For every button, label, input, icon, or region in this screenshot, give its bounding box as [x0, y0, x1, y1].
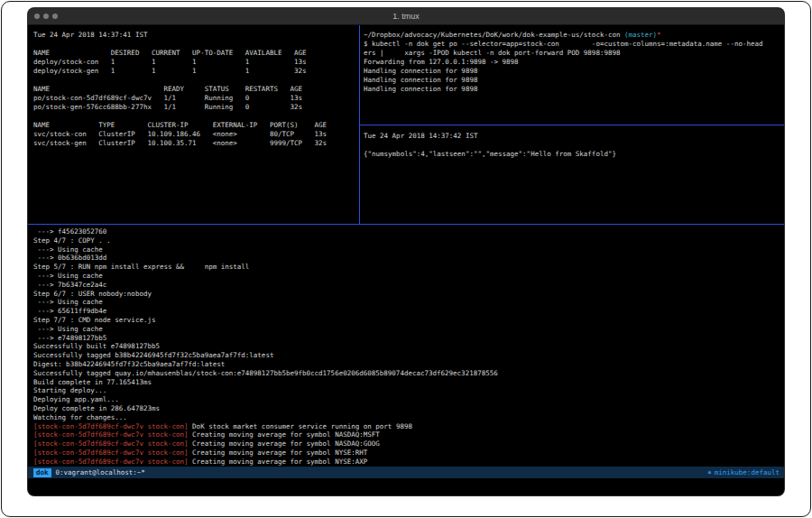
window-title: 1. tmux — [28, 8, 784, 25]
minimize-button[interactable] — [43, 14, 49, 19]
pane-kubectl-resources[interactable]: Tue 24 Apr 2018 14:37:41 IST NAME DESIRE… — [28, 25, 359, 224]
pod-log-prefix: [stock-con-5d7df689cf-dwc7v stock-con] — [33, 458, 189, 466]
tmux-session: Tue 24 Apr 2018 14:37:41 IST NAME DESIRE… — [28, 25, 784, 495]
pod-log-prefix: [stock-con-5d7df689cf-dwc7v stock-con] — [33, 449, 189, 457]
service-response-output: Tue 24 Apr 2018 14:37:42 IST {"numsymbol… — [364, 132, 784, 159]
kubectl-resources-output: Tue 24 Apr 2018 14:37:41 IST NAME DESIRE… — [33, 31, 359, 148]
kube-context: ⎈minikube:default — [707, 468, 780, 477]
pod-log-line: [stock-con-5d7df689cf-dwc7v stock-con] C… — [33, 458, 784, 467]
pod-log-message: Creating moving average for symbol NASDA… — [189, 430, 380, 439]
pod-log-message: DoK stock market consumer service runnin… — [189, 422, 412, 430]
skaffold-build-output: ---> f45623052760 Step 4/7 : COPY . . --… — [33, 227, 784, 422]
pane-service-response[interactable]: Tue 24 Apr 2018 14:37:42 IST {"numsymbol… — [360, 125, 784, 224]
git-dirty-flag: * — [657, 31, 661, 39]
terminal-window: 1. tmux Tue 24 Apr 2018 14:37:41 IST NAM… — [28, 8, 784, 495]
pane-port-forward[interactable]: ~/Dropbox/advocacy/Kubernetes/DoK/work/d… — [360, 25, 784, 125]
pod-log-message: Creating moving average for symbol NASDA… — [189, 439, 380, 448]
traffic-lights — [34, 14, 58, 19]
pod-log-prefix: [stock-con-5d7df689cf-dwc7v stock-con] — [33, 422, 189, 430]
pod-log-line: [stock-con-5d7df689cf-dwc7v stock-con] C… — [33, 430, 784, 439]
status-window-item[interactable]: 0:vagrant@localhost:~* — [56, 468, 145, 477]
pod-log-message: Creating moving average for symbol NYSE:… — [189, 449, 368, 457]
pod-log-prefix: [stock-con-5d7df689cf-dwc7v stock-con] — [33, 430, 189, 439]
port-forward-output: $ kubectl -n dok get po --selector=app=s… — [364, 40, 784, 94]
pod-log-line: [stock-con-5d7df689cf-dwc7v stock-con] C… — [33, 449, 784, 458]
tmux-status-bar: dok 0:vagrant@localhost:~* ⎈minikube:def… — [28, 467, 784, 478]
pod-log-message: Creating moving average for symbol NYSE:… — [189, 458, 368, 466]
pod-log-line: [stock-con-5d7df689cf-dwc7v stock-con] D… — [33, 422, 784, 431]
kubernetes-icon: ⎈ — [707, 468, 712, 476]
close-button[interactable] — [34, 14, 40, 19]
zoom-button[interactable] — [52, 14, 58, 19]
session-name-badge: dok — [33, 468, 51, 477]
pod-log-prefix: [stock-con-5d7df689cf-dwc7v stock-con] — [33, 439, 189, 448]
kube-context-label: minikube:default — [715, 468, 780, 476]
prompt-path: ~/Dropbox/advocacy/Kubernetes/DoK/work/d… — [364, 31, 624, 39]
git-branch-label: (master) — [624, 31, 657, 39]
window-titlebar[interactable]: 1. tmux — [28, 8, 784, 25]
shell-prompt: ~/Dropbox/advocacy/Kubernetes/DoK/work/d… — [364, 31, 784, 40]
pod-log-line: [stock-con-5d7df689cf-dwc7v stock-con] C… — [33, 439, 784, 449]
pane-skaffold-build[interactable]: ---> f45623052760 Step 4/7 : COPY . . --… — [28, 225, 784, 467]
